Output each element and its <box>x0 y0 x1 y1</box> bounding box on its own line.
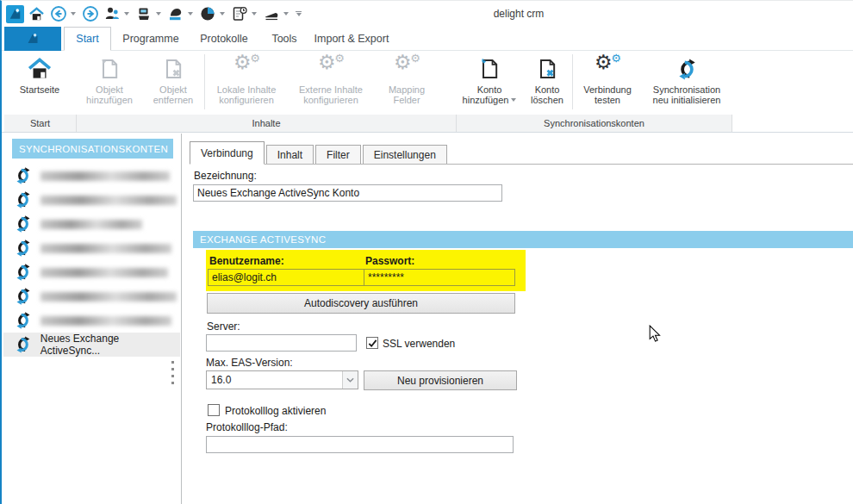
neu-provisionieren-button[interactable]: Neu provisionieren <box>364 370 517 390</box>
konto-loeschen-button[interactable]: Konto löschen <box>522 51 572 113</box>
journal-icon[interactable] <box>228 3 250 25</box>
forward-icon[interactable] <box>79 3 101 25</box>
sync-icon <box>14 335 33 354</box>
ssl-checkbox[interactable] <box>366 337 378 349</box>
back-icon[interactable] <box>47 3 69 25</box>
konto-hinzufuegen-button[interactable]: Konto hinzufügen <box>457 51 522 113</box>
journal-dropdown-icon[interactable] <box>252 12 257 16</box>
sync-icon <box>14 215 33 233</box>
sidebar-header: SYNCHRONISATIONSKONTEN <box>12 139 173 159</box>
objekt-hinzufuegen-button[interactable]: Objekt hinzufügen <box>77 51 142 113</box>
redacted-label <box>40 316 171 326</box>
sync-account-item[interactable] <box>3 236 180 260</box>
stamp-dropdown-icon[interactable] <box>188 12 193 16</box>
sync-account-item[interactable] <box>3 212 180 236</box>
customize-toolbar-icon[interactable] <box>296 11 302 16</box>
startseite-button[interactable]: Startseite <box>4 51 75 113</box>
tab-inhalt[interactable]: Inhalt <box>266 145 314 164</box>
stamp-icon[interactable] <box>165 3 186 25</box>
title-bar: delight crm <box>2 1 853 27</box>
ribbon-tab-programme[interactable]: Programme <box>115 27 186 51</box>
account-label: Neues Exchange ActiveSync... <box>40 333 180 357</box>
sync-icon <box>14 263 33 282</box>
sync-account-item[interactable] <box>3 188 180 212</box>
tab-filter[interactable]: Filter <box>315 145 361 164</box>
cash-register-icon[interactable] <box>133 3 154 25</box>
document-new-icon <box>97 53 121 84</box>
ssl-label: SSL verwenden <box>383 338 455 350</box>
benutzername-input[interactable] <box>208 269 366 286</box>
lokale-inhalte-konfigurieren-button[interactable]: ⚙⚙ Lokale Inhalte konfigurieren <box>205 51 288 113</box>
sync-account-item[interactable] <box>3 164 180 188</box>
pfad-label: Protokolllog-Pfad: <box>206 421 288 433</box>
verbindung-testen-button[interactable]: ⚙⚙ Verbindung testen <box>573 51 642 113</box>
autodiscovery-button[interactable]: Autodiscovery ausführen <box>207 293 515 314</box>
redacted-label <box>40 292 177 302</box>
objekt-entfernen-button[interactable]: Objekt entfernen <box>142 51 204 113</box>
eas-version-label: Max. EAS-Version: <box>206 357 293 369</box>
passwort-input[interactable] <box>364 269 515 286</box>
ribbon-tab-row: Start Programme Protokolle Tools Import … <box>2 27 853 51</box>
document-delete-icon <box>161 53 185 84</box>
ribbon-group-start: Startseite <box>4 51 77 115</box>
section-header-exchange-activesync: EXCHANGE ACTIVESYNC <box>193 231 853 248</box>
window-title: delight crm <box>463 8 575 20</box>
pie-chart-dropdown-icon[interactable] <box>220 12 225 16</box>
bezeichnung-input[interactable] <box>193 184 502 202</box>
sync-icon <box>14 287 33 306</box>
document-new-icon <box>477 53 501 84</box>
splitter-grip-icon[interactable] <box>171 361 174 384</box>
gears-icon: ⚙⚙ <box>318 53 344 84</box>
redacted-label <box>40 244 171 253</box>
redacted-label <box>40 171 170 181</box>
sync-icon <box>676 53 699 84</box>
protokolllog-label: Protokolllog aktivieren <box>225 405 326 417</box>
gear-test-icon: ⚙⚙ <box>595 53 620 84</box>
tab-verbindung[interactable]: Verbindung <box>190 141 265 165</box>
eas-version-dropdown[interactable]: 16.0 <box>206 370 358 389</box>
externe-inhalte-konfigurieren-button[interactable]: ⚙⚙ Externe Inhalte konfigurieren <box>288 51 374 113</box>
redacted-label <box>40 196 177 205</box>
scanner-dropdown-icon[interactable] <box>283 12 289 16</box>
sync-icon <box>14 166 33 185</box>
contacts-dropdown-icon[interactable] <box>124 12 129 16</box>
konto-hinzufuegen-dropdown-icon[interactable] <box>511 98 516 102</box>
app-logo-icon[interactable] <box>4 3 26 25</box>
back-dropdown-icon[interactable] <box>71 12 76 16</box>
ribbon-tab-import-export[interactable]: Import & Export <box>307 27 396 51</box>
application-menu-button[interactable] <box>4 27 61 51</box>
server-input[interactable] <box>206 334 357 352</box>
group-caption-synchronisationskonten: Synchronisationskonten <box>457 115 732 132</box>
tab-einstellungen[interactable]: Einstellungen <box>363 145 447 164</box>
protokolllog-checkbox[interactable] <box>208 404 220 416</box>
eas-version-value: 16.0 <box>207 374 342 386</box>
sync-icon <box>14 311 33 330</box>
scanner-icon[interactable] <box>260 3 282 25</box>
sync-account-item[interactable] <box>3 284 180 308</box>
cash-register-dropdown-icon[interactable] <box>156 12 161 16</box>
gears-icon: ⚙⚙ <box>233 53 259 84</box>
sidebar-splitter[interactable] <box>181 134 182 504</box>
sidebar-synchronisationskonten: SYNCHRONISATIONSKONTEN <box>3 137 180 504</box>
sync-account-item[interactable] <box>3 260 180 284</box>
dropdown-arrow-icon[interactable] <box>342 371 358 389</box>
ribbon-tab-start[interactable]: Start <box>64 27 111 51</box>
app-window: delight crm Start Programme Protokolle T… <box>0 0 853 504</box>
pie-chart-icon[interactable] <box>196 3 218 25</box>
server-label: Server: <box>207 320 240 333</box>
ribbon-tab-protokolle[interactable]: Protokolle <box>190 27 258 51</box>
sync-account-item-selected[interactable]: Neues Exchange ActiveSync... <box>3 333 180 357</box>
content-tab-strip: Verbindung Inhalt Filter Einstellungen <box>190 141 853 165</box>
redacted-label <box>40 220 142 229</box>
main-content: Verbindung Inhalt Filter Einstellungen B… <box>183 134 853 504</box>
synchronisation-neu-initialisieren-button[interactable]: Synchronisation neu initialisieren <box>642 51 732 113</box>
sync-account-item[interactable] <box>3 308 180 333</box>
pfad-input[interactable] <box>206 436 514 453</box>
home-icon[interactable] <box>26 3 47 25</box>
mouse-cursor <box>649 325 662 345</box>
mapping-felder-button[interactable]: ⚙⚙ Mapping Felder <box>374 51 439 113</box>
ribbon-tab-tools[interactable]: Tools <box>262 27 307 51</box>
bezeichnung-label: Bezeichnung: <box>194 170 257 182</box>
contacts-icon[interactable] <box>101 3 122 25</box>
gears-icon: ⚙⚙ <box>394 53 420 84</box>
